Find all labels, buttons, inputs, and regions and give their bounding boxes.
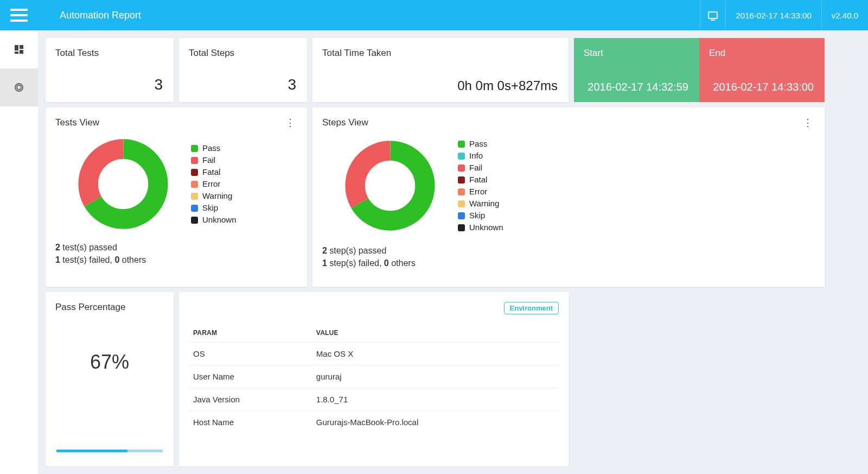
steps-summary: 2 step(s) passed 1 step(s) failed, 0 oth… bbox=[322, 244, 815, 269]
env-head-param: PARAM bbox=[189, 324, 312, 343]
legend-item: Pass bbox=[458, 138, 503, 150]
dashboard-icon bbox=[15, 45, 23, 54]
legend-item: Warning bbox=[458, 198, 503, 210]
legend-label: Skip bbox=[469, 210, 485, 222]
legend-label: Warning bbox=[469, 198, 499, 210]
legend-label: Warning bbox=[202, 190, 232, 202]
legend-label: Fatal bbox=[469, 174, 487, 186]
run-end-label: End bbox=[709, 48, 815, 59]
env-param: OS bbox=[189, 343, 312, 365]
tests-summary: 2 test(s) passed 1 test(s) failed, 0 oth… bbox=[55, 241, 297, 266]
legend-label: Unknown bbox=[469, 222, 503, 233]
environment-card: Environment PARAM VALUE OSMac OS XUser N… bbox=[179, 292, 569, 466]
legend-swatch bbox=[458, 212, 465, 219]
legend-swatch bbox=[458, 176, 465, 184]
total-steps-card: Total Steps 3 bbox=[179, 38, 307, 102]
legend-item: Unknown bbox=[458, 222, 503, 233]
legend-item: Fail bbox=[458, 162, 503, 174]
target-icon bbox=[15, 83, 23, 92]
legend-label: Skip bbox=[202, 202, 218, 214]
run-start-box: Start 2016-02-17 14:32:59 bbox=[574, 38, 699, 102]
total-time-label: Total Time Taken bbox=[322, 48, 559, 59]
env-value: 1.8.0_71 bbox=[312, 388, 559, 411]
content: Total Tests 3 Total Steps 3 Total Time T… bbox=[38, 30, 868, 474]
tests-view-menu-button[interactable]: ⋮ bbox=[283, 118, 297, 128]
pass-percentage-value: 67% bbox=[55, 351, 164, 374]
table-row: OSMac OS X bbox=[189, 343, 559, 365]
report-timestamp: 2016-02-17 14:33:00 bbox=[725, 0, 821, 30]
legend-swatch bbox=[191, 205, 198, 212]
table-row: Java Version1.8.0_71 bbox=[189, 388, 559, 411]
steps-donut-chart bbox=[344, 140, 436, 232]
total-time-card: Total Time Taken 0h 0m 0s+827ms bbox=[312, 38, 569, 102]
legend-item: Fatal bbox=[458, 174, 503, 186]
menu-toggle-button[interactable] bbox=[0, 0, 38, 30]
total-time-value: 0h 0m 0s+827ms bbox=[457, 78, 558, 93]
tests-donut-chart bbox=[77, 138, 169, 230]
run-start-label: Start bbox=[584, 48, 690, 59]
legend-item: Pass bbox=[191, 142, 237, 154]
pass-percentage-card: Pass Percentage 67% bbox=[46, 292, 174, 466]
legend-swatch bbox=[458, 165, 465, 172]
tests-legend: PassFailFatalErrorWarningSkipUnknown bbox=[191, 142, 237, 226]
environment-badge: Environment bbox=[504, 302, 559, 314]
legend-swatch bbox=[458, 224, 465, 231]
total-steps-label: Total Steps bbox=[189, 48, 297, 59]
legend-swatch bbox=[191, 157, 198, 164]
pass-progress-bar bbox=[56, 450, 163, 452]
legend-swatch bbox=[191, 169, 198, 176]
env-param: Host Name bbox=[189, 411, 312, 434]
legend-swatch bbox=[458, 200, 465, 207]
env-value: Gururajs-MacBook-Pro.local bbox=[312, 411, 559, 434]
legend-swatch bbox=[458, 188, 465, 195]
legend-label: Info bbox=[469, 150, 483, 162]
run-end-value: 2016-02-17 14:33:00 bbox=[713, 81, 814, 93]
tests-view-card: Tests View ⋮ PassFailFatalErrorWarningSk… bbox=[46, 108, 307, 287]
sidebar-item-analysis[interactable] bbox=[0, 68, 38, 106]
env-value: gururaj bbox=[312, 365, 559, 388]
tests-view-title: Tests View bbox=[55, 117, 99, 128]
legend-swatch bbox=[191, 217, 198, 224]
steps-view-title: Steps View bbox=[322, 117, 368, 128]
run-time-card: Start 2016-02-17 14:32:59 End 2016-02-17… bbox=[574, 38, 825, 102]
sidebar-item-dashboard[interactable] bbox=[0, 30, 38, 68]
legend-item: Skip bbox=[458, 210, 503, 222]
legend-label: Unknown bbox=[202, 214, 237, 226]
total-steps-value: 3 bbox=[288, 76, 296, 93]
env-param: Java Version bbox=[189, 388, 312, 411]
legend-swatch bbox=[458, 153, 465, 160]
legend-label: Fail bbox=[202, 154, 215, 166]
legend-item: Error bbox=[191, 178, 237, 190]
legend-label: Fail bbox=[469, 162, 482, 174]
run-start-value: 2016-02-17 14:32:59 bbox=[588, 81, 688, 93]
legend-item: Skip bbox=[191, 202, 237, 214]
total-tests-label: Total Tests bbox=[55, 48, 164, 59]
app-version: v2.40.0 bbox=[821, 0, 868, 30]
legend-item: Fatal bbox=[191, 166, 237, 178]
legend-label: Error bbox=[202, 178, 220, 190]
steps-view-card: Steps View ⋮ PassInfoFailFatalErrorWarni… bbox=[312, 108, 825, 287]
steps-view-menu-button[interactable]: ⋮ bbox=[801, 118, 815, 128]
run-end-box: End 2016-02-17 14:33:00 bbox=[699, 38, 825, 102]
page-title: Automation Report bbox=[38, 10, 700, 21]
total-tests-value: 3 bbox=[154, 76, 163, 93]
legend-item: Fail bbox=[191, 154, 237, 166]
table-row: User Namegururaj bbox=[189, 365, 559, 388]
legend-swatch bbox=[458, 141, 465, 148]
legend-item: Unknown bbox=[191, 214, 237, 226]
legend-swatch bbox=[191, 181, 198, 188]
monitor-icon bbox=[708, 11, 718, 19]
legend-item: Error bbox=[458, 186, 503, 198]
legend-swatch bbox=[191, 145, 198, 152]
sidebar bbox=[0, 30, 38, 474]
env-head-value: VALUE bbox=[312, 324, 559, 343]
legend-item: Info bbox=[458, 150, 503, 162]
env-param: User Name bbox=[189, 365, 312, 388]
environment-table: PARAM VALUE OSMac OS XUser NamegururajJa… bbox=[189, 324, 559, 433]
legend-swatch bbox=[191, 193, 198, 200]
display-mode-button[interactable] bbox=[700, 0, 725, 30]
total-tests-card: Total Tests 3 bbox=[46, 38, 174, 102]
table-row: Host NameGururajs-MacBook-Pro.local bbox=[189, 411, 559, 434]
topbar: Automation Report 2016-02-17 14:33:00 v2… bbox=[0, 0, 868, 30]
legend-label: Fatal bbox=[202, 166, 220, 178]
